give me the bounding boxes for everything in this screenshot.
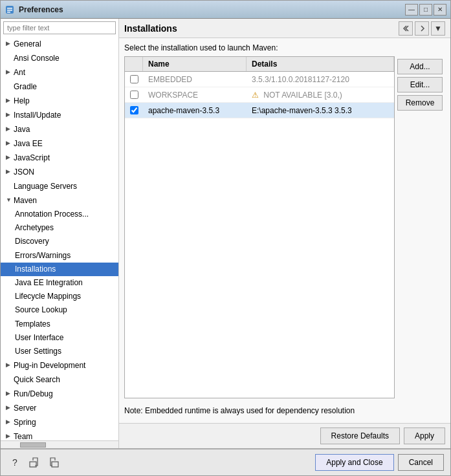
sidebar-item-language-servers[interactable]: Language Servers — [1, 179, 118, 193]
sidebar-item-label: Annotation Process... — [15, 208, 89, 221]
sidebar-item-label: Java — [14, 124, 30, 135]
horizontal-scrollbar[interactable] — [1, 440, 118, 448]
description: Select the installation used to launch M… — [124, 43, 445, 52]
sidebar-item-annotation-process[interactable]: Annotation Process... — [1, 208, 118, 221]
filter-input[interactable] — [3, 21, 116, 34]
right-panel: Installations ▼ — [119, 19, 450, 448]
sidebar-item-run-debug[interactable]: ▶ Run/Debug — [1, 387, 118, 401]
sidebar-item-ansi-console[interactable]: Ansi Console — [1, 51, 118, 65]
import-icon[interactable] — [46, 455, 61, 470]
maximize-button[interactable]: □ — [419, 4, 432, 16]
help-icon[interactable]: ? — [7, 455, 23, 470]
sidebar-item-plugin-development[interactable]: ▶ Plug-in Development — [1, 358, 118, 373]
sidebar-item-installations[interactable]: Installations — [1, 263, 118, 276]
embedded-checkbox[interactable] — [130, 75, 138, 83]
sidebar-item-team[interactable]: ▶ Team — [1, 429, 118, 440]
row-name-workspace: WORKSPACE — [143, 89, 247, 102]
row-check-embedded[interactable] — [125, 73, 143, 85]
sidebar-item-install-update[interactable]: ▶ Install/Update — [1, 108, 118, 122]
sidebar-item-maven[interactable]: ▼ Maven — [1, 193, 118, 208]
svg-rect-5 — [52, 462, 58, 467]
sidebar-item-gradle[interactable]: Gradle — [1, 80, 118, 94]
sidebar-item-archetypes[interactable]: Archetypes — [1, 221, 118, 235]
restore-defaults-button[interactable]: Restore Defaults — [320, 427, 400, 444]
main-content: ▶ General Ansi Console ▶ Ant Gradle — [1, 19, 450, 448]
expand-arrow: ▶ — [6, 39, 12, 49]
minimize-button[interactable]: — — [405, 4, 418, 16]
svg-rect-4 — [30, 462, 36, 467]
apply-and-close-button[interactable]: Apply and Close — [315, 454, 393, 471]
toolbar-buttons: ▼ — [399, 21, 445, 36]
row-details-apache-maven: E:\apache-maven-3.5.3 3.5.3 — [247, 104, 394, 117]
sidebar-item-label: Archetypes — [15, 222, 54, 234]
sidebar-item-label: Language Servers — [14, 180, 77, 192]
sidebar-item-server[interactable]: ▶ Server — [1, 401, 118, 415]
sidebar-item-lifecycle-mappings[interactable]: Lifecycle Mappings — [1, 290, 118, 303]
sidebar-item-label: Java EE — [14, 138, 43, 149]
sidebar-item-label: JavaScript — [14, 152, 50, 164]
sidebar-item-user-interface[interactable]: User Interface — [1, 331, 118, 345]
sidebar-item-label: Java EE Integration — [15, 277, 83, 289]
tree-container[interactable]: ▶ General Ansi Console ▶ Ant Gradle — [1, 37, 118, 440]
edit-button[interactable]: Edit... — [397, 77, 443, 92]
sidebar-item-label: Team — [14, 431, 32, 440]
remove-button[interactable]: Remove — [397, 95, 443, 111]
add-button[interactable]: Add... — [397, 59, 443, 74]
sidebar-item-label: Templates — [15, 318, 50, 330]
sidebar-item-java-ee-integration[interactable]: Java EE Integration — [1, 276, 118, 290]
sidebar-item-java-ee[interactable]: ▶ Java EE — [1, 136, 118, 151]
sidebar-item-java[interactable]: ▶ Java — [1, 122, 118, 136]
expand-arrow: ▶ — [6, 111, 12, 120]
sidebar-item-general[interactable]: ▶ General — [1, 37, 118, 51]
sidebar-item-user-settings[interactable]: User Settings — [1, 345, 118, 358]
table-row[interactable]: apache-maven-3.5.3 E:\apache-maven-3.5.3… — [125, 103, 394, 118]
table-row[interactable]: WORKSPACE ⚠ NOT AVAILABLE [3.0,) — [125, 87, 394, 103]
table-row[interactable]: EMBEDDED 3.5.3/1.10.0.20181127-2120 — [125, 72, 394, 87]
table-section: Name Details EMBEDDED 3.5.3/1.10.0.20181… — [124, 56, 445, 398]
sidebar-item-label: Install/Update — [14, 109, 61, 121]
sidebar-item-source-lookup[interactable]: Source Lookup — [1, 303, 118, 317]
row-details-workspace: ⚠ NOT AVAILABLE [3.0,) — [247, 89, 394, 102]
back-button[interactable] — [399, 21, 413, 36]
forward-button[interactable] — [415, 21, 429, 36]
sidebar-item-spring[interactable]: ▶ Spring — [1, 415, 118, 429]
expand-arrow: ▶ — [6, 361, 12, 370]
close-button[interactable]: ✕ — [434, 4, 446, 16]
content-area: Select the installation used to launch M… — [119, 38, 450, 423]
sidebar-item-label: Help — [14, 95, 30, 107]
sidebar-item-javascript[interactable]: ▶ JavaScript — [1, 151, 118, 165]
workspace-checkbox[interactable] — [130, 91, 138, 99]
sidebar-item-errors-warnings[interactable]: Errors/Warnings — [1, 249, 118, 263]
sidebar-item-templates[interactable]: Templates — [1, 318, 118, 331]
export-icon[interactable] — [27, 455, 42, 470]
expand-arrow: ▶ — [6, 96, 12, 105]
sidebar-item-help[interactable]: ▶ Help — [1, 94, 118, 108]
apply-button[interactable]: Apply — [404, 427, 445, 444]
expand-arrow: ▶ — [6, 404, 12, 413]
window-title: Preferences — [19, 5, 405, 14]
dropdown-button[interactable]: ▼ — [431, 21, 445, 36]
sidebar-item-label: Spring — [14, 416, 36, 428]
row-check-workspace[interactable] — [125, 89, 143, 101]
note-text: Note: Embedded runtime is always used fo… — [124, 404, 445, 418]
row-name-embedded: EMBEDDED — [143, 73, 247, 86]
sidebar-item-discovery[interactable]: Discovery — [1, 235, 118, 248]
sidebar-item-label: Ansi Console — [14, 52, 60, 64]
apache-maven-checkbox[interactable] — [130, 106, 138, 114]
warning-icon: ⚠ — [252, 91, 259, 100]
sidebar-item-label: User Interface — [15, 332, 63, 344]
sidebar-item-quick-search[interactable]: Quick Search — [1, 373, 118, 387]
sidebar-item-label: General — [14, 38, 41, 50]
sidebar-item-label: Lifecycle Mappings — [15, 290, 81, 303]
row-name-apache-maven: apache-maven-3.5.3 — [143, 104, 247, 117]
panel-title: Installations — [124, 23, 177, 34]
footer: ? Apply and Close Cancel — [1, 448, 450, 475]
header-check — [125, 57, 143, 71]
row-check-apache-maven[interactable] — [125, 104, 143, 116]
cancel-button[interactable]: Cancel — [398, 454, 444, 471]
expand-arrow: ▶ — [6, 125, 12, 134]
sidebar-item-json[interactable]: ▶ JSON — [1, 165, 118, 179]
sidebar-item-ant[interactable]: ▶ Ant — [1, 65, 118, 80]
expand-arrow: ▶ — [6, 418, 12, 427]
panel-bottom-buttons: Restore Defaults Apply — [119, 423, 450, 448]
